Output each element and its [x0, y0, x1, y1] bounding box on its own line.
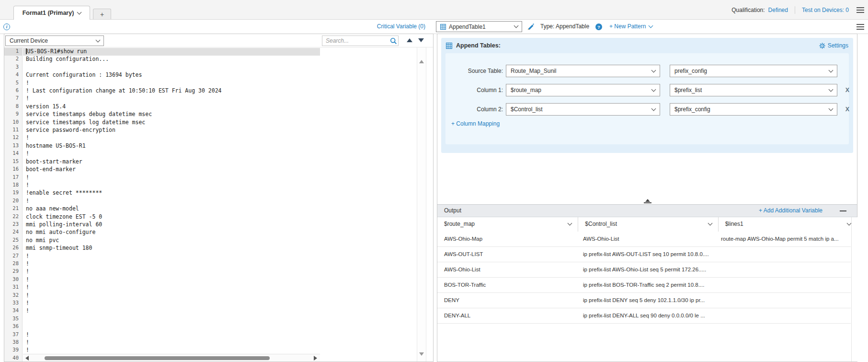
table-row[interactable]: AWS-OUT-LISTip prefix-list AWS-OUT-LIST … [437, 247, 851, 262]
code-line[interactable]: ! [23, 182, 320, 189]
source-table-dropdown[interactable]: Route_Map_Sunil [506, 65, 660, 77]
code-line[interactable]: service timestamps log datetime msec [23, 119, 320, 127]
scroll-down-icon[interactable] [419, 352, 424, 356]
output-scrollbar-track[interactable] [851, 217, 857, 362]
code-line[interactable]: ! [23, 80, 320, 87]
help-icon[interactable]: ? [595, 23, 602, 30]
line-number: 25 [4, 237, 22, 245]
code-line[interactable]: ! [23, 95, 320, 103]
horizontal-scrollbar[interactable] [23, 354, 320, 362]
remove-mapping-button[interactable]: X [843, 86, 852, 94]
add-tab-button[interactable]: + [93, 9, 111, 19]
device-selector[interactable]: Current Device [5, 35, 104, 46]
code-line[interactable]: ! [23, 260, 320, 268]
scrollbar-thumb[interactable] [45, 356, 270, 360]
editor-code[interactable]: US-BOS-R1#show runBuilding configuration… [23, 47, 320, 362]
edit-pencil-icon[interactable] [527, 23, 535, 31]
scroll-up-icon[interactable] [419, 60, 424, 63]
scroll-left-icon[interactable] [25, 356, 29, 361]
search-icon[interactable] [388, 36, 398, 46]
find-next-button[interactable] [418, 38, 424, 42]
code-line[interactable]: mmi polling-interval 60 [23, 221, 320, 229]
line-number: 11 [4, 127, 22, 134]
code-line[interactable]: ! [23, 150, 320, 158]
table-row[interactable]: DENYip prefix-list DENY seq 5 deny 102.1… [437, 293, 851, 308]
output-column-header[interactable]: $lines1 [719, 217, 857, 232]
qualification-defined-link[interactable]: Defined [768, 7, 788, 13]
remove-mapping-button[interactable]: X [843, 105, 852, 114]
code-line[interactable] [23, 323, 320, 331]
line-number: 35 [4, 315, 22, 323]
editor-gutter: 1234567891011121314151617181920212223242… [4, 47, 23, 362]
table-row[interactable]: AWS-Ohio-Listip prefix-list AWS-Ohio-Lis… [437, 262, 851, 278]
table-row[interactable]: BOS-TOR-Trafficip prefix-list BOS-TOR-Tr… [437, 278, 851, 293]
append-table-dropdown[interactable]: $prefix_config [670, 103, 837, 116]
line-number: 1 [4, 48, 22, 56]
code-line[interactable]: service timestamps debug datetime msec [23, 111, 320, 118]
output-column-header[interactable]: $Control_list [578, 217, 718, 232]
output-collapse-handle[interactable] [643, 199, 652, 203]
code-line[interactable]: US-BOS-R1#show run [23, 48, 320, 56]
code-line[interactable]: ! Last configuration change at 10:50:10 … [23, 87, 320, 95]
code-line[interactable]: clock timezone EST -5 0 [23, 213, 320, 221]
code-line[interactable]: ! [23, 174, 320, 182]
info-icon[interactable]: i [3, 23, 10, 30]
code-line[interactable]: ! [23, 307, 320, 315]
line-number: 37 [4, 331, 22, 339]
search-input[interactable] [322, 37, 388, 44]
code-line[interactable]: boot-start-marker [23, 158, 320, 166]
source-table-dropdown[interactable]: $route_map [506, 84, 660, 96]
code-line[interactable]: version 15.4 [23, 103, 320, 111]
menu-icon[interactable] [857, 24, 864, 30]
critical-variable-link[interactable]: Critical Variable (0) [358, 20, 425, 34]
code-line[interactable] [23, 64, 320, 71]
new-pattern-label: + New Pattern [609, 20, 646, 34]
find-previous-button[interactable] [407, 38, 412, 42]
table-row[interactable]: AWS-Ohio-MapAWS-Ohio-Listroute-map AWS-O… [437, 232, 851, 247]
code-line[interactable]: hostname US-BOS-R1 [23, 142, 320, 150]
line-number: 31 [4, 284, 22, 292]
code-line[interactable]: no aaa new-model [23, 205, 320, 213]
line-number: 5 [4, 80, 22, 87]
source-table-dropdown[interactable]: $Control_list [506, 103, 660, 116]
code-line[interactable]: ! [23, 339, 320, 347]
scroll-right-icon[interactable] [314, 356, 317, 361]
code-line[interactable]: Building configuration... [23, 56, 320, 63]
chevron-down-icon [651, 106, 656, 111]
code-line[interactable]: ! [23, 276, 320, 284]
code-line[interactable]: ! [23, 300, 320, 307]
code-line[interactable]: no mmi pvc [23, 237, 320, 245]
code-line[interactable]: ! [23, 134, 320, 142]
code-line[interactable]: ! [23, 331, 320, 339]
add-additional-variable-link[interactable]: + Add Additional Variable [759, 205, 822, 217]
add-column-mapping-link[interactable]: + Column Mapping [451, 120, 500, 127]
settings-button[interactable]: Settings [819, 42, 848, 49]
test-on-devices-link[interactable]: Test on Devices: 0 [802, 7, 849, 13]
code-line[interactable]: Current configuration : 13694 bytes [23, 71, 320, 79]
append-table-dropdown[interactable]: $prefix_list [670, 84, 837, 96]
code-line[interactable]: ! [23, 292, 320, 300]
code-line[interactable] [23, 315, 320, 323]
code-line[interactable]: ! [23, 268, 320, 276]
table-cell: ip prefix-list AWS-OUT-LIST seq 10 permi… [576, 247, 714, 262]
collapse-minus-icon[interactable] [840, 210, 846, 211]
new-pattern-button[interactable]: + New Pattern [609, 20, 652, 34]
append-table-dropdown[interactable]: prefix_config [670, 65, 837, 77]
code-line[interactable]: service password-encryption [23, 127, 320, 134]
code-line[interactable]: ! [23, 284, 320, 292]
code-line[interactable]: mmi snmp-timeout 180 [23, 245, 320, 252]
pattern-table-selector[interactable]: AppendTable1 [436, 21, 522, 32]
output-column-header[interactable]: $route_map [437, 217, 578, 232]
vertical-scrollbar[interactable] [417, 47, 426, 362]
table-row[interactable]: DENY-ALLip prefix-list DENY-ALL seq 90 d… [437, 308, 851, 324]
code-line[interactable]: no mmi auto-configure [23, 229, 320, 236]
code-line[interactable]: boot-end-marker [23, 166, 320, 174]
code-line[interactable]: !enable secret ******** [23, 189, 320, 197]
line-number: 32 [4, 292, 22, 300]
menu-icon[interactable] [857, 7, 864, 13]
tab-bar: Format1 (Primary) + Qualification: Defin… [0, 0, 868, 20]
code-line[interactable]: ! [23, 253, 320, 260]
tab-format1-primary[interactable]: Format1 (Primary) [13, 6, 90, 20]
pattern-panel: Append Tables: Settings Source Table:Rou… [437, 34, 857, 362]
code-line[interactable]: ! [23, 198, 320, 205]
